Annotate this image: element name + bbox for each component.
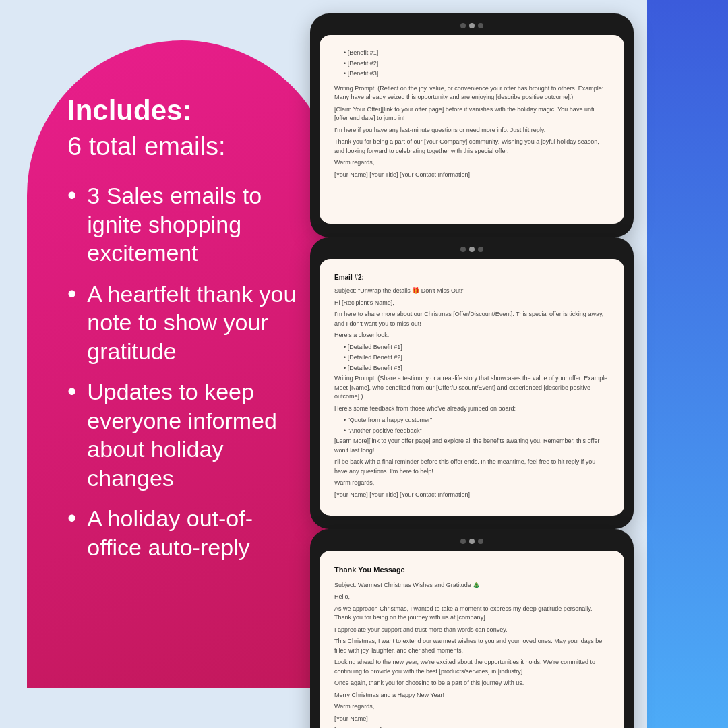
email2-prompt: Writing Prompt: (Share a testimony or a … [334, 374, 609, 402]
email2-contact: [Your Name] [Your Title] [Your Contact I… [334, 491, 609, 500]
email2-bullet1: • [Detailed Benefit #1] [344, 343, 609, 353]
email3-name: [Your Name] [334, 715, 609, 724]
email1-line2: [Claim Your Offer][link to your offer pa… [334, 105, 609, 123]
email3-line5: Once again, thank you for choosing to be… [334, 679, 609, 688]
right-tablets-panel: • [Benefit #1] • [Benefit #2] • [Benefit… [303, 0, 640, 728]
email1-bullet3: • [Benefit #3] [344, 69, 609, 79]
features-list: 3 Sales emails to ignite shopping excite… [67, 181, 303, 574]
email2-greeting: Hi [Recipient's Name], [334, 299, 609, 308]
dot-1 [460, 23, 466, 28]
dot-3 [478, 23, 483, 28]
blue-accent-bar [647, 0, 728, 728]
dot-2 [469, 247, 475, 252]
tablet-notch-2 [320, 247, 624, 252]
tablet-screen-3: Thank You Message Subject: Warmest Chris… [320, 551, 624, 728]
email2-bullet3: • [Detailed Benefit #3] [344, 364, 609, 373]
bullet-item: 3 Sales emails to ignite shopping excite… [67, 181, 303, 268]
email1-line1: Writing Prompt: (Reflect on the joy, val… [334, 84, 609, 102]
tablet-notch-1 [320, 23, 624, 28]
tablet-screen-2: Email #2: Subject: "Unwrap the details 🎁… [320, 259, 624, 516]
email1-line4: Thank you for being a part of our [Your … [334, 138, 609, 156]
includes-title: Includes: [67, 94, 303, 127]
email3-line6: Merry Christmas and a Happy New Year! [334, 691, 609, 700]
email3-subject: Subject: Warmest Christmas Wishes and Gr… [334, 581, 609, 590]
dot-2 [469, 539, 475, 544]
email3-greeting: Hello, [334, 593, 609, 602]
email3-line4: Looking ahead to the new year, we're exc… [334, 658, 609, 676]
email2-followup: I'll be back with a final reminder befor… [334, 458, 609, 476]
email2-subject-line: Subject: "Unwrap the details 🎁 Don't Mis… [334, 286, 609, 296]
email1-bullet2: • [Benefit #2] [344, 59, 609, 69]
email3-line2: I appreciate your support and trust more… [334, 626, 609, 635]
dot-3 [478, 247, 483, 252]
email1-line6: [Your Name] [Your Title] [Your Contact I… [334, 171, 609, 180]
bullet-item: A heartfelt thank you note to show your … [67, 280, 303, 366]
email3-sign: Warm regards, [334, 702, 609, 712]
email2-bullet2: • [Detailed Benefit #2] [344, 353, 609, 363]
tablet-notch-3 [320, 539, 624, 544]
left-info-panel: Includes: 6 total emails: 3 Sales emails… [27, 40, 337, 688]
dot-1 [460, 539, 466, 544]
bullet-item: A holiday out-of-office auto-reply [67, 504, 303, 562]
email2-feedback-intro: Here's some feedback from those who've a… [334, 404, 609, 414]
email2-sign: Warm regards, [334, 479, 609, 488]
dot-3 [478, 539, 483, 544]
tablet-screen-1: • [Benefit #1] • [Benefit #2] • [Benefit… [320, 35, 624, 224]
email2-quote1: • "Quote from a happy customer" [344, 416, 609, 425]
email3-header: Thank You Message [334, 564, 609, 576]
email1-bullet1: • [Benefit #1] [344, 49, 609, 58]
email2-quote2: • "Another positive feedback" [344, 427, 609, 436]
tablet-card-3: Thank You Message Subject: Warmest Chris… [310, 529, 634, 728]
email2-subject: Email #2: [334, 272, 609, 282]
dot-1 [460, 247, 466, 252]
email2-cta: [Learn More][link to your offer page] an… [334, 437, 609, 455]
total-emails-label: 6 total emails: [67, 132, 303, 161]
email1-line5: Warm regards, [334, 158, 609, 168]
email1-line3: I'm here if you have any last-minute que… [334, 126, 609, 135]
email3-line3: This Christmas, I want to extend our war… [334, 637, 609, 655]
dot-2 [469, 23, 475, 28]
email3-line1: As we approach Christmas, I wanted to ta… [334, 605, 609, 623]
tablet-card-1: • [Benefit #1] • [Benefit #2] • [Benefit… [310, 13, 634, 237]
email2-intro: I'm here to share more about our Christm… [334, 310, 609, 328]
email2-closer-look: Here's a closer look: [334, 331, 609, 340]
tablet-card-2: Email #2: Subject: "Unwrap the details 🎁… [310, 237, 634, 529]
bullet-item: Updates to keep everyone informed about … [67, 377, 303, 492]
